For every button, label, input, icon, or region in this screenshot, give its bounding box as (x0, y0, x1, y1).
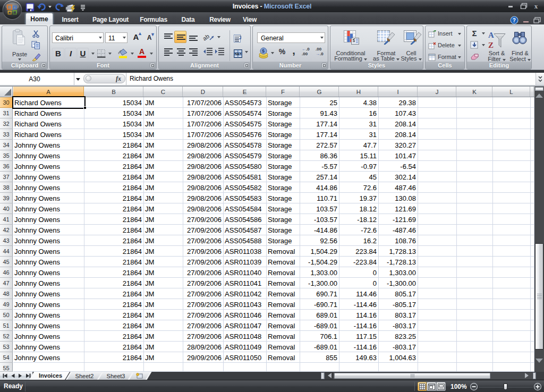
svg-text:ab: ab (202, 33, 210, 42)
svg-text:A: A (488, 31, 494, 39)
svg-text:$: $ (262, 48, 265, 54)
svg-text:?: ? (513, 18, 516, 23)
svg-text:Z: Z (488, 41, 494, 49)
